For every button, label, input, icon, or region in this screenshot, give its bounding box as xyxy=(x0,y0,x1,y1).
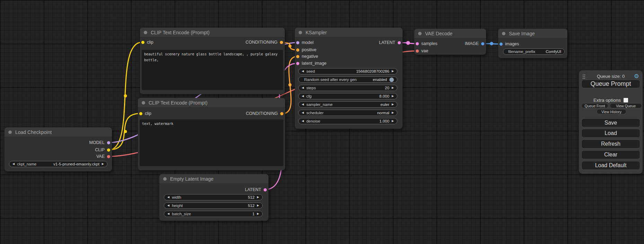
collapse-dot-icon[interactable] xyxy=(299,31,302,34)
node-ksampler[interactable]: KSampler model positive negative latent_… xyxy=(295,28,403,129)
prev-value-arrow-icon[interactable]: ◀ xyxy=(12,163,15,165)
latent-slot-dot-icon[interactable] xyxy=(398,41,401,44)
output-slot-conditioning[interactable]: CONDITIONING xyxy=(246,39,283,45)
link-dot[interactable] xyxy=(406,41,410,45)
output-slot-clip[interactable]: CLIP xyxy=(95,147,110,153)
random-seed-toggle-widget[interactable]: Random seed after every gen enabled xyxy=(298,76,397,83)
conditioning-slot-dot-icon[interactable] xyxy=(296,48,299,52)
toggle-knob-icon[interactable] xyxy=(389,78,394,82)
image-slot-dot-icon[interactable] xyxy=(500,43,503,46)
input-slot-latent-image[interactable]: latent_image xyxy=(296,60,327,66)
prev-value-arrow-icon[interactable]: ◀ xyxy=(302,87,304,89)
vae-slot-dot-icon[interactable] xyxy=(416,49,419,53)
prev-value-arrow-icon[interactable]: ◀ xyxy=(302,103,304,106)
link-dot[interactable] xyxy=(289,45,292,48)
denoise-widget[interactable]: ◀ denoise 1.000 ▶ xyxy=(298,118,397,124)
output-slot-vae[interactable]: VAE xyxy=(96,153,110,160)
input-slot-model[interactable]: model xyxy=(296,39,314,46)
prev-value-arrow-icon[interactable]: ◀ xyxy=(302,111,304,114)
extra-options-checkbox[interactable] xyxy=(624,98,628,102)
node-vae-decode[interactable]: VAE Decode samples vae IMAGE xyxy=(414,29,486,55)
prev-value-arrow-icon[interactable]: ◀ xyxy=(302,95,304,98)
link-dot[interactable] xyxy=(289,83,292,87)
node-save-image[interactable]: Save Image images filename_prefix ComfyU… xyxy=(498,29,567,58)
prompt-textarea[interactable]: beautiful scenery nature glass bottle la… xyxy=(142,50,283,90)
node-header[interactable]: Load Checkpoint xyxy=(5,127,112,137)
next-value-arrow-icon[interactable]: ▶ xyxy=(257,213,259,215)
clip-slot-dot-icon[interactable] xyxy=(107,148,110,152)
vae-slot-dot-icon[interactable] xyxy=(107,155,110,158)
node-clip-text-encode-negative[interactable]: CLIP Text Encode (Prompt) clip CONDITION… xyxy=(138,98,285,170)
node-empty-latent-image[interactable]: Empty Latent Image LATENT ◀ width 512 ▶ … xyxy=(159,174,268,221)
collapse-dot-icon[interactable] xyxy=(418,32,422,35)
queue-panel[interactable]: Queue size: 0 ⚙ Queue Prompt Extra optio… xyxy=(579,70,643,174)
clip-slot-dot-icon[interactable] xyxy=(139,112,142,115)
output-slot-image[interactable]: IMAGE xyxy=(465,40,484,47)
queue-front-button[interactable]: Queue Front xyxy=(581,103,608,108)
collapse-dot-icon[interactable] xyxy=(163,177,167,181)
model-slot-dot-icon[interactable] xyxy=(296,41,299,44)
link-dot[interactable] xyxy=(124,130,127,133)
cfg-widget[interactable]: ◀ cfg 8.000 ▶ xyxy=(298,93,397,99)
input-slot-vae[interactable]: vae xyxy=(416,48,428,54)
next-value-arrow-icon[interactable]: ▶ xyxy=(392,120,394,123)
node-clip-text-encode-positive[interactable]: CLIP Text Encode (Prompt) clip CONDITION… xyxy=(140,28,285,94)
settings-gear-icon[interactable]: ⚙ xyxy=(634,73,639,79)
image-slot-dot-icon[interactable] xyxy=(481,42,484,45)
input-slot-clip[interactable]: clip xyxy=(139,110,151,117)
node-header[interactable]: CLIP Text Encode (Prompt) xyxy=(140,28,285,37)
link-dot[interactable] xyxy=(490,42,493,45)
height-widget[interactable]: ◀ height 512 ▶ xyxy=(164,202,263,209)
prev-value-arrow-icon[interactable]: ◀ xyxy=(167,196,169,199)
collapse-dot-icon[interactable] xyxy=(8,130,12,134)
sampler-name-widget[interactable]: ◀ sampler_name euler ▶ xyxy=(298,101,397,108)
next-value-arrow-icon[interactable]: ▶ xyxy=(392,87,394,89)
node-header[interactable]: KSampler xyxy=(295,28,403,37)
prev-value-arrow-icon[interactable]: ◀ xyxy=(167,204,169,207)
output-slot-model[interactable]: MODEL xyxy=(89,139,110,146)
collapse-dot-icon[interactable] xyxy=(502,32,505,35)
node-header[interactable]: VAE Decode xyxy=(414,29,486,38)
load-default-button[interactable]: Load Default xyxy=(581,161,640,170)
latent-slot-dot-icon[interactable] xyxy=(264,188,267,191)
batch-size-widget[interactable]: ◀ batch_size 1 ▶ xyxy=(164,211,263,217)
latent-slot-dot-icon[interactable] xyxy=(416,42,419,45)
next-value-arrow-icon[interactable]: ▶ xyxy=(392,111,394,114)
input-slot-clip[interactable]: clip xyxy=(141,39,153,45)
node-header[interactable]: CLIP Text Encode (Prompt) xyxy=(138,98,285,108)
next-value-arrow-icon[interactable]: ▶ xyxy=(257,196,259,199)
clear-button[interactable]: Clear xyxy=(581,150,640,159)
load-button[interactable]: Load xyxy=(581,129,640,138)
conditioning-slot-dot-icon[interactable] xyxy=(296,55,299,58)
prev-value-arrow-icon[interactable]: ◀ xyxy=(302,120,304,123)
input-slot-negative[interactable]: negative xyxy=(296,53,318,60)
node-header[interactable]: Save Image xyxy=(498,29,567,38)
clip-slot-dot-icon[interactable] xyxy=(141,41,144,44)
link-dot[interactable] xyxy=(124,94,127,98)
input-slot-samples[interactable]: samples xyxy=(416,40,438,47)
node-load-checkpoint[interactable]: Load Checkpoint MODEL CLIP VAE ◀ ckpt_na… xyxy=(5,127,112,171)
seed-widget[interactable]: ◀ seed 156680208700286 ▶ xyxy=(298,68,397,74)
scheduler-widget[interactable]: ◀ scheduler normal ▶ xyxy=(298,110,397,116)
conditioning-slot-dot-icon[interactable] xyxy=(280,112,283,115)
view-history-button[interactable]: View History xyxy=(597,109,626,114)
next-value-arrow-icon[interactable]: ▶ xyxy=(257,204,259,207)
input-slot-positive[interactable]: positive xyxy=(296,47,316,53)
node-graph-canvas[interactable]: Load Checkpoint MODEL CLIP VAE ◀ ckpt_na… xyxy=(0,0,644,244)
queue-prompt-button[interactable]: Queue Prompt xyxy=(581,80,640,88)
prompt-textarea[interactable]: text, watermark xyxy=(140,119,283,166)
model-slot-dot-icon[interactable] xyxy=(107,141,110,144)
next-value-arrow-icon[interactable]: ▶ xyxy=(392,103,394,106)
prev-value-arrow-icon[interactable]: ◀ xyxy=(302,70,304,73)
collapse-dot-icon[interactable] xyxy=(144,31,147,34)
next-value-arrow-icon[interactable]: ▶ xyxy=(102,163,104,165)
output-slot-latent[interactable]: LATENT xyxy=(379,39,401,46)
node-header[interactable]: Empty Latent Image xyxy=(159,174,268,184)
conditioning-slot-dot-icon[interactable] xyxy=(280,41,283,44)
collapse-dot-icon[interactable] xyxy=(142,101,145,105)
filename-prefix-widget[interactable]: filename_prefix ComfyUI xyxy=(503,48,565,55)
prev-value-arrow-icon[interactable]: ◀ xyxy=(167,213,169,215)
steps-widget[interactable]: ◀ steps 20 ▶ xyxy=(298,85,397,91)
output-slot-conditioning[interactable]: CONDITIONING xyxy=(246,110,283,117)
save-button[interactable]: Save xyxy=(581,118,640,127)
